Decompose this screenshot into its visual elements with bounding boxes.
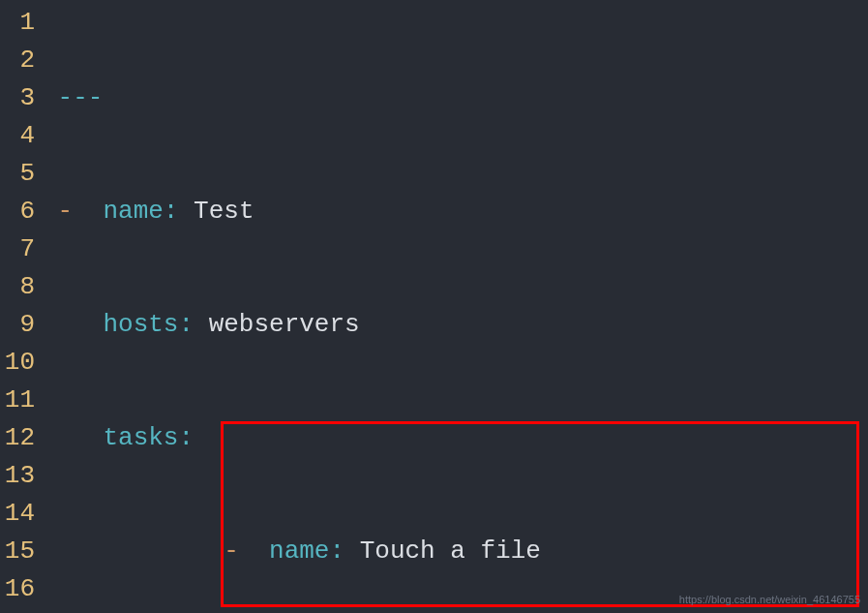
watermark-text: https://blog.csdn.net/weixin_46146755	[679, 592, 860, 608]
yaml-value: webservers	[194, 310, 360, 339]
yaml-value: Test	[178, 197, 254, 226]
yaml-value: Touch a file	[344, 536, 541, 566]
line-number: 12	[4, 419, 35, 457]
line-number: 13	[4, 457, 35, 495]
line-number: 2	[4, 42, 35, 79]
colon: :	[178, 310, 194, 339]
line-number: 4	[4, 117, 35, 155]
line-number: 3	[4, 79, 35, 117]
code-line: - name: Touch a file	[43, 533, 868, 570]
code-line: - name: Test	[43, 193, 868, 230]
line-number: 8	[4, 268, 35, 306]
dash: -	[224, 536, 254, 566]
code-line: hosts: webservers	[43, 306, 868, 344]
dash: -	[58, 197, 88, 226]
line-number: 5	[4, 155, 35, 193]
code-content[interactable]: --- - name: Test hosts: webservers tasks…	[43, 0, 868, 613]
colon: :	[164, 197, 179, 226]
yaml-doc-start: ---	[58, 83, 104, 112]
line-number: 16	[4, 570, 35, 608]
code-line: tasks:	[43, 419, 868, 457]
line-number: 7	[4, 230, 35, 268]
code-line: ---	[43, 79, 868, 117]
line-number: 9	[4, 306, 35, 344]
line-number: 1	[4, 4, 35, 42]
code-editor: 1 2 3 4 5 6 7 8 9 10 11 12 13 14 15 16 -…	[0, 0, 868, 613]
yaml-key: hosts	[103, 310, 178, 339]
line-gutter: 1 2 3 4 5 6 7 8 9 10 11 12 13 14 15 16	[0, 0, 43, 613]
line-number: 14	[4, 495, 35, 533]
colon: :	[329, 536, 344, 566]
line-number: 11	[4, 382, 35, 419]
yaml-key: name	[269, 536, 329, 566]
yaml-key: tasks	[103, 423, 178, 452]
line-number: 10	[4, 344, 35, 382]
line-number: 15	[4, 533, 35, 570]
line-number: 6	[4, 193, 35, 230]
yaml-key: name	[103, 197, 163, 226]
colon: :	[178, 423, 194, 452]
